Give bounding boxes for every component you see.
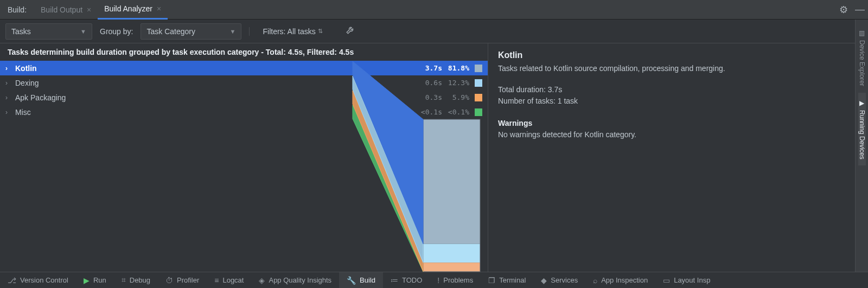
bottom-tab-build[interactable]: 🔧Build <box>339 272 383 289</box>
svg-rect-0 <box>423 119 480 244</box>
panel-tabbar: Build: Build Output × Build Analyzer × ⚙… <box>0 0 868 20</box>
tab-label: Terminal <box>499 276 526 284</box>
group-by-combo[interactable]: Task Category ▼ <box>141 23 241 40</box>
tab-icon: ▶ <box>84 276 90 285</box>
left-panel: Tasks determining build duration grouped… <box>0 43 488 272</box>
bottom-tab-version-control[interactable]: ⎇Version Control <box>0 272 76 289</box>
view-combo[interactable]: Tasks ▼ <box>5 23 92 40</box>
tab-icon: ◈ <box>259 276 265 285</box>
tab-label: App Quality Insights <box>269 276 331 284</box>
tab-build-analyzer[interactable]: Build Analyzer × <box>98 0 168 20</box>
tab-label: TODO <box>402 276 422 284</box>
right-rail: ▥Device Explorer▶Running Devices <box>855 20 868 272</box>
bottom-tab-todo[interactable]: ≔TODO <box>383 272 430 289</box>
filters-control[interactable]: Filters: All tasks ⇅ <box>249 27 322 36</box>
chevron-down-icon: ▼ <box>230 28 236 35</box>
toolbar: Tasks ▼ Group by: Task Category ▼ Filter… <box>0 20 868 43</box>
rail-item-device-explorer[interactable]: ▥Device Explorer <box>858 23 866 93</box>
tab-label: Layout Insp <box>674 276 710 284</box>
detail-title: Kotlin <box>498 49 858 62</box>
tab-label: Build Analyzer <box>104 4 152 13</box>
tab-icon: ❐ <box>488 276 495 285</box>
bottom-tab-terminal[interactable]: ❐Terminal <box>481 272 533 289</box>
detail-num-tasks: Number of tasks: 1 task <box>498 95 858 107</box>
bottom-tab-layout-insp[interactable]: ▭Layout Insp <box>655 272 718 289</box>
svg-marker-8 <box>353 61 423 244</box>
bottom-tab-problems[interactable]: !Problems <box>430 272 481 289</box>
funnel-chart <box>0 119 488 272</box>
tab-icon: ◆ <box>541 276 547 285</box>
tab-icon: ▭ <box>663 276 670 285</box>
rail-label: Running Devices <box>858 110 866 159</box>
close-icon[interactable]: × <box>157 4 161 13</box>
tab-label: Build <box>360 276 375 284</box>
bottom-tab-profiler[interactable]: ⏱Profiler <box>158 272 207 289</box>
tab-icon: 🔧 <box>347 276 356 285</box>
rail-item-running-devices[interactable]: ▶Running Devices <box>858 93 866 166</box>
warnings-header: Warnings <box>498 118 858 129</box>
bottom-toolbar: ⎇Version Control▶Run⌗Debug⏱Profiler≡Logc… <box>0 272 868 288</box>
bottom-tab-app-quality-insights[interactable]: ◈App Quality Insights <box>251 272 339 289</box>
combo-value: Task Category <box>146 27 195 36</box>
tab-label: Debug <box>130 276 150 284</box>
tab-icon: ⌕ <box>593 276 597 285</box>
tab-icon: ! <box>437 276 439 285</box>
chevron-down-icon: ▼ <box>80 28 86 35</box>
tab-icon: ⎇ <box>8 276 16 285</box>
tab-label: App Inspection <box>601 276 648 284</box>
tab-label: Services <box>551 276 578 284</box>
warnings-body: No warnings detected for Kotlin category… <box>498 129 858 140</box>
group-by-label: Group by: <box>100 27 133 36</box>
tab-label: Logcat <box>222 276 244 284</box>
detail-description: Tasks related to Kotlin source compilati… <box>498 63 858 74</box>
rail-icon: ▶ <box>859 99 864 107</box>
bottom-tab-logcat[interactable]: ≡Logcat <box>207 272 251 289</box>
tab-build-output[interactable]: Build Output × <box>34 0 98 20</box>
tab-label: Build Output <box>41 5 82 14</box>
tab-icon: ≔ <box>391 276 398 285</box>
minimize-icon[interactable]: — <box>852 4 868 15</box>
list-header: Tasks determining build duration grouped… <box>0 43 488 61</box>
combo-value: Tasks <box>11 27 31 36</box>
tab-icon: ≡ <box>214 276 219 285</box>
rail-icon: ▥ <box>859 29 865 37</box>
bottom-tab-services[interactable]: ◆Services <box>533 272 585 289</box>
tab-label: Version Control <box>20 276 68 284</box>
close-icon[interactable]: × <box>87 5 91 14</box>
svg-rect-1 <box>423 244 480 263</box>
tab-label: Profiler <box>177 276 199 284</box>
tab-icon: ⏱ <box>165 276 173 285</box>
detail-panel: Kotlin Tasks related to Kotlin source co… <box>488 43 868 272</box>
tab-label: Problems <box>443 276 473 284</box>
detail-total-duration: Total duration: 3.7s <box>498 84 858 95</box>
tab-label: Run <box>93 276 106 284</box>
bottom-tab-debug[interactable]: ⌗Debug <box>114 272 158 289</box>
bottom-tab-run[interactable]: ▶Run <box>76 272 114 289</box>
rail-label: Device Explorer <box>858 40 866 86</box>
main-split: Tasks determining build duration grouped… <box>0 43 868 272</box>
sort-icon: ⇅ <box>318 28 323 35</box>
bottom-tab-app-inspection[interactable]: ⌕App Inspection <box>585 272 655 289</box>
gear-icon[interactable]: ⚙ <box>835 4 852 16</box>
filters-label: Filters: All tasks <box>263 27 315 36</box>
panel-label: Build: <box>0 5 34 14</box>
wrench-icon[interactable] <box>346 25 355 37</box>
svg-rect-2 <box>423 263 480 272</box>
tab-icon: ⌗ <box>122 276 126 285</box>
